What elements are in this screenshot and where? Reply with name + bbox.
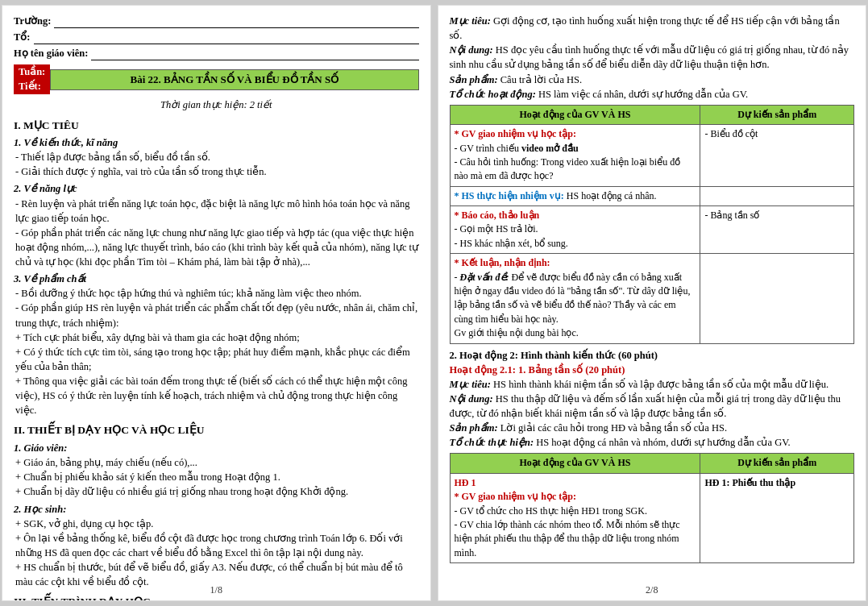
truong-value [54,14,418,28]
sub2-item1: - Rèn luyện và phát triển năng lực toán … [15,197,419,226]
to-row: Tổ: [14,30,419,44]
sub2-title: 2. Về năng lực [14,181,419,196]
sub1-item2: - Giải thích được ý nghĩa, vai trò của t… [15,164,419,179]
sub3-item3: + Tích cực phát biểu, xây dựng bài và th… [15,330,419,345]
hs-item1: + SGK, vở ghi, dụng cụ học tập. [15,517,419,531]
sub3-item5: + Thông qua việc giải các bài toán đếm t… [15,374,419,417]
act2-muc-tieu-line: Mục tiêu: HS hình thành khái niệm tần số… [450,377,855,392]
san-pham-text: Câu trả lời của HS. [500,74,582,85]
week-lesson-row: Tuần: Tiết: Bài 22. BẢNG TẦN SỐ VÀ BIỂU … [14,64,419,94]
sub3-item1: - Bồi dưỡng ý thức học tập hứng thú và n… [15,286,419,301]
table1-col2-header: Dự kiến sản phẩm [700,105,854,124]
table1-col1-header: Hoạt động của GV VÀ HS [450,105,700,124]
page-left: Trường: Tổ: Họ tên giáo viên: Tuần: Tiết… [2,5,431,601]
table2-row1-col2: HĐ 1: Phiếu thu thập [700,473,854,562]
table1-row1-col1: * GV giao nhiệm vụ học tập: - GV trình c… [450,125,700,187]
page-number-left: 1/8 [210,583,222,597]
ho-ten-row: Họ tên giáo viên: [14,46,419,60]
activity2-title: 2. Hoạt động 2: Hình thành kiến thức (60… [450,348,855,363]
table2-row1: HĐ 1 * GV giao nhiệm vụ học tập: - GV tổ… [450,473,854,562]
dat-van-de-line: - Đặt vấn đề: Để vẽ được biểu đồ này cần… [455,271,696,327]
hs-item2: + Ôn lại về bảng thống kê, biểu đồ cột đ… [15,531,419,560]
bao-cao-label: * Báo cáo, thảo luận [455,210,540,221]
tuan-label: Tuần: [19,65,45,80]
gv-title: 1. Giáo viên: [14,441,419,455]
ket-luan-label: * Kết luận, nhận định: [455,257,550,268]
sub2-item2: - Góp phần phát triển các năng lực chung… [15,226,419,269]
act2-to-chuc-label: Tổ chức thực hiện: [450,437,534,448]
section2-title: II. THIẾT BỊ DẠY HỌC VÀ HỌC LIỆU [14,422,419,438]
truong-row: Trường: [14,14,419,28]
tiet-label: Tiết: [19,80,45,94]
act2-noi-dung-label: Nội dung: [450,393,493,405]
act2-to-chuc-text: HS hoạt động cá nhân và nhóm, dưới sự hư… [536,437,791,448]
to-chuc-line: Tổ chức hoạt động: HS làm việc cá nhân, … [450,87,855,102]
act2-to-chuc-line: Tổ chức thực hiện: HS hoạt động cá nhân … [450,435,855,450]
noi-dung-label: Nội dung: [450,44,493,56]
act2-noi-dung-line: Nội dung: HS thu thập dữ liệu và đếm số … [450,392,855,421]
gv-task-label: * GV giao nhiệm vụ học tập: [455,128,576,139]
activity-table-2: Hoạt động của GV VÀ HS Dự kiến sản phẩm … [450,453,855,563]
act2-san-pham-label: Sản phẩm: [450,422,498,434]
activity2-intro: Mục tiêu: HS hình thành khái niệm tần số… [450,377,855,450]
san-pham-label: Sản phẩm: [450,74,498,85]
activity-table-1: Hoạt động của GV VÀ HS Dự kiến sản phẩm … [450,105,855,344]
hd1-gv-line2: - GV chia lớp thành các nhóm theo tổ. Mỗ… [455,518,696,560]
muc-tieu-line: Mục tiêu: Gợi động cơ, tạo tình huống xu… [450,14,855,43]
muc-tieu-text: Gợi động cơ, tạo tình huống xuất hiện tr… [450,15,840,41]
activity21-subtitle: Hoạt động 2.1: 1. Bảng tần số (20 phút) [450,363,855,377]
subtitle: Thời gian thực hiện: 2 tiết [14,98,419,112]
hs-title: 2. Học sinh: [14,502,419,517]
table1-row2-col1: * HS thực hiện nhiệm vụ: HS hoạt động cá… [450,186,700,205]
page-number-right: 2/8 [646,583,658,597]
table1-row4-col2 [700,254,854,343]
gv-question-line: - Câu hỏi tình huống: Trong video xuất h… [455,156,696,184]
hd1-gv-task-label: * GV giao nhiệm vụ học tập: [455,491,576,502]
lesson-title: Bài 22. BẢNG TẦN SỐ VÀ BIỂU ĐỒ TẦN SỐ [50,69,418,90]
intro-section: Mục tiêu: Gợi động cơ, tạo tình huống xu… [450,14,855,102]
activity21-subtitle-text: Hoạt động 2.1: 1. Bảng tần số (20 phút) [450,364,625,376]
table1-row3-col1: * Báo cáo, thảo luận - Gọi một HS trả lờ… [450,206,700,254]
gv-item2: + Chuẩn bị phiếu khảo sát ý kiến theo mẫ… [15,470,419,484]
table2-col2-header: Dự kiến sản phẩm [700,454,854,473]
pages-container: Trường: Tổ: Họ tên giáo viên: Tuần: Tiết… [0,0,868,606]
ho-ten-label: Họ tên giáo viên: [14,46,88,60]
table1-row4-col1: * Kết luận, nhận định: - Đặt vấn đề: Để … [450,254,700,343]
hs-nhan-xet-line: - HS khác nhận xét, bổ sung. [455,237,696,251]
table1-row3: * Báo cáo, thảo luận - Gọi một HS trả lờ… [450,206,854,254]
table1-row1-col2: - Biểu đồ cột [700,125,854,187]
page-right: Mục tiêu: Gợi động cơ, tạo tình huống xu… [438,5,867,601]
goi-hs-line: - Gọi một HS trả lời. [455,222,696,236]
muc-tieu-label: Mục tiêu: [450,15,491,27]
act2-muc-tieu-label: Mục tiêu: [450,379,491,390]
to-chuc-text: HS làm việc cá nhân, dưới sự hướng dẫn c… [538,89,748,100]
gv-intro-line: Gv giới thiệu nội dung bài học. [455,326,696,340]
act2-noi-dung-text: HS thu thập dữ liệu và đếm số lần xuất h… [450,393,841,419]
sub3-title: 3. Về phẩm chất [14,272,419,286]
hs-task-label: * HS thực hiện nhiệm vụ: [455,190,564,201]
ho-ten-value [91,46,418,60]
activity2-title-text: Hoạt động 2: Hình thành kiến thức (60 ph… [459,350,658,361]
sub3-item4: + Có ý thức tích cực tìm tòi, sáng tạo t… [15,345,419,374]
hd1-title: HĐ 1 [455,476,696,490]
table1-row3-col2: - Bảng tần số [700,206,854,254]
act2-san-pham-line: Sản phẩm: Lời giải các câu hỏi trong HĐ … [450,421,855,435]
gv-item1: + Giáo án, bảng phụ, máy chiếu (nếu có),… [15,455,419,470]
table1-row4: * Kết luận, nhận định: - Đặt vấn đề: Để … [450,254,854,343]
gv-item3: + Chuẩn bị dãy dữ liệu có nhiều giá trị … [15,484,419,499]
act2-muc-tieu-text: HS hình thành khái niệm tần số và lập đư… [493,379,829,390]
week-label-box: Tuần: Tiết: [14,64,50,94]
sub3-item2: - Góp phần giúp HS rèn luyện và phát tri… [15,301,419,330]
table1-row2: * HS thực hiện nhiệm vụ: HS hoạt động cá… [450,186,854,205]
hd1-gv-line1: - GV tổ chức cho HS thực hiện HĐ1 trong … [455,504,696,518]
to-chuc-label: Tổ chức hoạt động: [450,89,536,100]
noi-dung-line: Nội dung: HS đọc yêu cầu tình huống thực… [450,43,855,72]
to-value [34,30,419,44]
to-label: Tổ: [14,30,31,44]
san-pham-line: Sản phẩm: Câu trả lời của HS. [450,73,855,87]
table2-row1-col1: HĐ 1 * GV giao nhiệm vụ học tập: - GV tổ… [450,473,700,562]
sub1-item1: - Thiết lập được bảng tần số, biểu đồ tầ… [15,150,419,164]
truong-label: Trường: [14,14,51,28]
act2-san-pham-text: Lời giải các câu hỏi trong HĐ và bảng tầ… [500,422,727,434]
table1-row1: * GV giao nhiệm vụ học tập: - GV trình c… [450,125,854,187]
